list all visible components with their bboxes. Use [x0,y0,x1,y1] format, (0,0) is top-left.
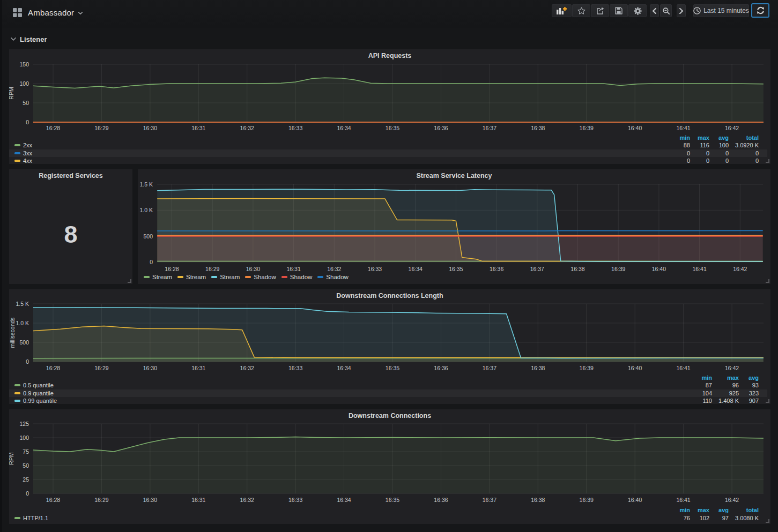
row-header-listener[interactable]: Listener [11,34,47,44]
legend-column-header[interactable]: min [679,506,690,514]
sidebar-edge [0,0,2,532]
time-forward-button[interactable] [677,4,686,17]
legend-column-header[interactable]: total [746,134,759,142]
legend-value: 0 [755,157,759,164]
legend-item[interactable]: Shadow [317,274,349,280]
legend-series-name: Stream [152,274,172,280]
legend-color-dash[interactable] [14,384,20,386]
panel-resize-handle[interactable] [128,279,131,283]
panel-title[interactable]: Registered Services [9,172,132,179]
legend-item[interactable]: Shadow [281,274,313,280]
legend-color-dash[interactable] [14,144,20,146]
add-panel-button[interactable] [552,4,572,17]
panel-resize-handle[interactable] [766,279,769,283]
legend-column-header[interactable]: avg [718,506,729,514]
x-tick-label: 16:40 [652,266,666,272]
legend-series-name[interactable]: 2xx [23,141,32,149]
settings-button[interactable] [628,4,647,17]
x-tick-label: 16:34 [337,125,351,131]
legend-color-dash[interactable] [14,400,20,402]
y-tick-label: 500 [19,339,29,346]
star-button[interactable] [572,4,590,17]
legend-value: 925 [729,389,739,398]
x-tick-label: 16:31 [191,365,205,371]
legend-value: 97 [722,514,729,522]
gear-icon [634,7,642,15]
panel-resize-handle[interactable] [766,399,769,403]
legend-value: 0 [687,157,690,164]
panel-title[interactable]: API Requests [9,52,770,59]
legend-series-name[interactable]: HTTP/1.1 [23,514,48,522]
legend-series-name[interactable]: 0.5 quantile [23,381,54,389]
legend-item[interactable]: Stream [144,274,172,280]
x-tick-label: 16:38 [570,266,584,272]
legend-color-dash[interactable] [14,392,20,394]
x-tick-label: 16:38 [531,125,545,131]
legend-value: 96 [732,381,739,389]
legend-column-header[interactable]: total [746,506,759,514]
legend-color-dash[interactable] [14,152,20,154]
panel-resize-handle[interactable] [766,159,769,163]
legend-series-name[interactable]: 0.9 quantile [23,389,54,398]
legend-column-header[interactable]: max [698,134,709,142]
x-tick-label: 16:37 [483,365,497,371]
zoom-out-button[interactable] [660,4,672,17]
x-tick-label: 16:37 [483,125,497,131]
dashboard-title-group[interactable]: Ambassador [13,5,83,19]
x-tick-label: 16:30 [143,125,157,131]
y-tick-label: 75 [23,448,29,455]
refresh-button[interactable] [751,3,769,18]
legend-value: 0 [725,149,729,158]
legend-item[interactable]: Stream [177,274,206,280]
legend-value: 88 [684,141,690,149]
x-tick-label: 16:32 [240,497,254,503]
legend-value: 3.0080 K [735,514,759,522]
legend-item[interactable]: Stream [211,274,240,280]
x-tick-label: 16:31 [191,125,205,131]
save-button[interactable] [610,4,628,17]
y-tick-label: 0 [26,119,29,125]
legend-color-dash[interactable] [14,160,20,162]
legend-row: 3xx0000 [9,149,767,158]
legend-column-header[interactable]: avg [718,134,729,142]
x-tick-label: 16:33 [288,365,302,371]
bar-chart-plus-icon [557,7,567,14]
time-back-button[interactable] [650,4,659,17]
panel-title[interactable]: Downstream Connections [9,412,770,419]
panel-stream-service-latency: 16:2816:2916:3016:3116:3216:3316:3416:35… [138,169,770,284]
clock-icon [693,7,701,14]
x-tick-label: 16:31 [286,266,300,272]
legend-column-header[interactable]: min [679,134,690,142]
legend-column-header[interactable]: min [701,374,712,382]
legend-column-header[interactable]: avg [749,374,759,382]
legend-header-row: minmaxavgtotal [9,134,767,142]
legend-series-name[interactable]: 0.99 quantile [23,397,57,404]
x-tick-label: 16:34 [409,266,423,272]
legend-column-header[interactable]: max [727,374,739,382]
legend-series-name[interactable]: 4xx [23,157,32,164]
x-tick-label: 16:28 [46,365,60,371]
x-tick-label: 16:42 [725,365,739,371]
legend-series-name[interactable]: 3xx [23,149,32,158]
graph-canvas[interactable]: 16:2816:2916:3016:3116:3216:3316:3416:35… [138,169,770,284]
panel-title[interactable]: Stream Service Latency [138,172,770,179]
time-picker-button[interactable]: Last 15 minutes [693,4,749,17]
share-button[interactable] [591,4,609,17]
legend-header-row: minmaxavgtotal [9,506,767,514]
y-tick-label: 1.0 K [139,207,153,213]
legend-item[interactable]: Shadow [245,274,276,280]
chevron-left-icon [653,8,656,14]
y-tick-label: 50 [23,462,29,469]
legend-column-header[interactable]: max [698,506,709,514]
legend-series-name: Shadow [326,274,349,280]
legend-color-dash[interactable] [14,517,20,519]
legend-color-dash [245,276,251,278]
y-tick-label: 125 [19,421,29,427]
panel-registered-services: Registered Services8 [9,169,132,284]
x-tick-label: 16:40 [628,125,642,131]
panel-resize-handle[interactable] [766,519,769,523]
panel-title[interactable]: Downstream Connections Length [9,292,770,299]
y-tick-label: 1.5 K [16,301,29,307]
x-tick-label: 16:42 [725,497,739,503]
x-tick-label: 16:42 [725,125,739,131]
